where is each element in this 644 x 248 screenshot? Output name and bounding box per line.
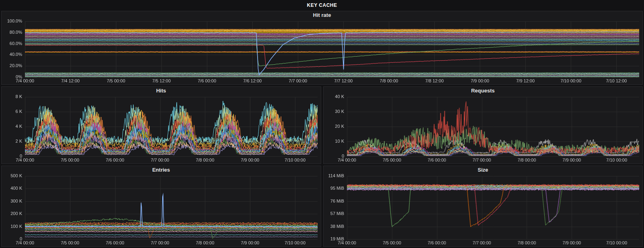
panel-title-entries[interactable]: Entries [2,166,321,174]
panel-requests: Requests [323,86,643,164]
dashboard-header: KEY CACHE [1,1,643,9]
panel-title-size[interactable]: Size [324,166,643,174]
panel-row-top: Hit rate [1,11,643,85]
panel-hit-rate: Hit rate [1,11,643,85]
dashboard: KEY CACHE Hit rate Hits Requests Entries… [0,0,644,248]
requests-chart[interactable] [324,94,643,164]
panel-entries: Entries [1,166,321,247]
panel-hits: Hits [1,86,321,164]
hit-rate-chart[interactable] [2,19,642,84]
panel-title-hit-rate[interactable]: Hit rate [2,11,642,19]
panel-title-hits[interactable]: Hits [2,87,321,94]
size-chart[interactable] [324,174,643,246]
dashboard-title: KEY CACHE [307,2,337,8]
panel-size: Size [323,166,643,247]
panel-row-bottom: Entries Size [1,166,643,247]
panel-row-middle: Hits Requests [1,86,643,164]
entries-chart[interactable] [2,174,321,246]
hits-chart[interactable] [2,94,321,164]
panel-title-requests[interactable]: Requests [324,87,643,94]
